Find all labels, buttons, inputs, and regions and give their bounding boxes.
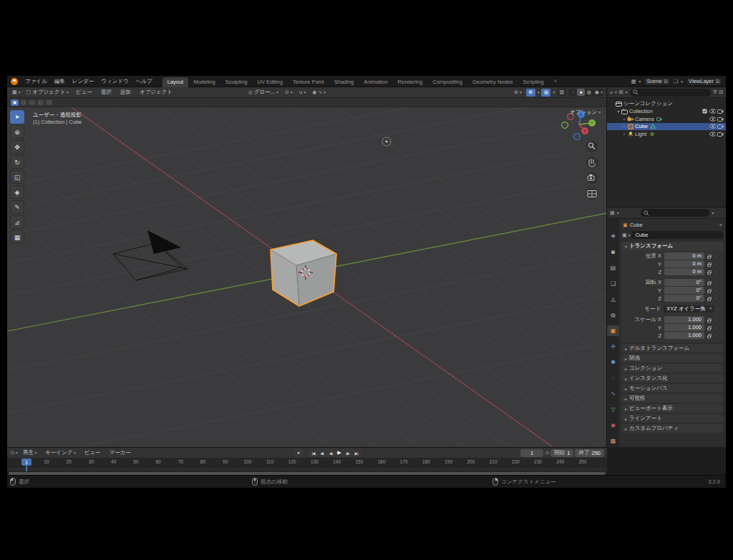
add-cube-tool[interactable]: ▦ xyxy=(10,230,24,244)
nav-gizmo-negz-ball[interactable] xyxy=(574,134,581,140)
properties-tab-texture[interactable]: ▩ xyxy=(607,436,619,446)
viewport-menu-ビュー[interactable]: ビュー xyxy=(72,88,96,97)
animate-decorator[interactable]: · xyxy=(713,317,719,323)
camera-up-triangle[interactable] xyxy=(147,230,181,254)
workspace-tab-geometry-nodes[interactable]: Geometry Nodes xyxy=(467,77,518,87)
workspace-tab-uv-editing[interactable]: UV Editing xyxy=(252,77,287,87)
properties-tab-particles[interactable]: ✱ xyxy=(607,357,619,368)
lock-icon[interactable] xyxy=(704,318,713,323)
properties-tab-render[interactable]: ◙ xyxy=(607,247,619,257)
outliner-row-cube[interactable]: ‣Cube xyxy=(607,123,726,131)
scene-selector[interactable]: Scene ⧉ xyxy=(644,77,670,86)
animate-decorator[interactable]: · xyxy=(713,280,719,286)
transform-tool[interactable]: ◈ xyxy=(10,185,24,199)
nav-gizmo-negy-ball[interactable] xyxy=(562,122,568,129)
editor-type-button[interactable]: ▦▾ xyxy=(10,89,22,96)
select-box-tool[interactable]: ➤ xyxy=(10,110,24,124)
properties-tab-material[interactable]: ◉ xyxy=(607,420,619,431)
nav-gizmo-axis-label[interactable]: Y xyxy=(591,121,593,125)
play-button[interactable]: ▶ xyxy=(335,450,343,456)
display-mode-icon[interactable]: ⊞ xyxy=(619,89,623,95)
annotate-tool[interactable]: ✎ xyxy=(10,200,24,214)
pivot-dropdown[interactable]: ⊙▾ xyxy=(283,89,295,96)
select-new-button[interactable]: ▣ xyxy=(11,99,19,106)
filter-settings-icon[interactable]: ⊟ xyxy=(719,89,723,95)
viewport-menu-追加[interactable]: 追加 xyxy=(117,88,135,97)
animate-decorator[interactable]: · xyxy=(713,295,719,302)
auto-keying-button[interactable]: ● xyxy=(293,449,304,457)
move-tool[interactable]: ✥ xyxy=(10,140,24,154)
workspace-tab-texture-paint[interactable]: Texture Paint xyxy=(288,77,329,87)
options-dropdown[interactable]: オプション▾ xyxy=(570,109,601,116)
outliner-row-シーンコレクション[interactable]: シーンコレクション xyxy=(607,100,726,108)
viewport-menu-選択[interactable]: 選択 xyxy=(97,88,115,97)
camera-render-toggle-icon[interactable] xyxy=(717,132,724,137)
animate-decorator[interactable]: · xyxy=(713,261,719,267)
properties-tab-scene[interactable]: ◬ xyxy=(607,294,619,305)
properties-tab-object[interactable]: ▣ xyxy=(607,325,619,336)
eye-icon[interactable] xyxy=(709,117,716,122)
workspace-tab-modeling[interactable]: Modeling xyxy=(188,77,220,87)
camera-view-icon-top[interactable] xyxy=(590,175,593,176)
frame-start-field[interactable]: 開始1 xyxy=(550,449,573,457)
current-frame-field[interactable]: 1 xyxy=(520,449,543,457)
disclosure-icon[interactable]: ▾ xyxy=(616,109,621,114)
transform-panel-header[interactable]: ▾トランスフォーム xyxy=(621,242,724,250)
outliner-row-light[interactable]: ‣Light xyxy=(607,130,726,138)
previous-keyframe-button[interactable]: ◀• xyxy=(318,451,326,456)
camera-render-toggle-icon[interactable] xyxy=(717,117,724,122)
timeline-menu-再生[interactable]: 再生 ▾ xyxy=(19,448,40,457)
panel-可視性[interactable]: ▸可視性 xyxy=(621,394,724,403)
camera-frustum-edge[interactable] xyxy=(136,269,188,280)
scale-tool[interactable]: ◱ xyxy=(10,170,24,184)
location-field[interactable]: 0 m xyxy=(664,260,704,267)
view-layer-selector[interactable]: ViewLayer ⧉ xyxy=(686,77,722,86)
animate-decorator[interactable]: · xyxy=(714,306,721,313)
panel-インスタンス化[interactable]: ▸インスタンス化 xyxy=(621,374,724,383)
app-menu-編集[interactable]: 編集 xyxy=(51,77,69,86)
new-view-layer-icon[interactable]: ⧉ xyxy=(716,79,719,84)
viewport-canvas[interactable]: ZYX ユーザー・透視投影 (1) Collection | Cube オプショ… xyxy=(7,107,606,447)
pin-icon[interactable]: ⌖ xyxy=(719,222,722,229)
select-extend-button[interactable]: ▢ xyxy=(19,99,27,106)
panel-デルタトランスフォーム[interactable]: ▸デルタトランスフォーム xyxy=(621,344,724,353)
rotation-mode-dropdown[interactable]: XYZ オイラー角▾ xyxy=(664,305,714,313)
properties-tab-physics[interactable]: ◌ xyxy=(607,373,619,383)
select-intersect-button[interactable]: ▢ xyxy=(45,99,53,106)
workspace-tab-layout[interactable]: Layout xyxy=(162,77,189,87)
camera-render-toggle-icon[interactable] xyxy=(717,124,724,129)
panel-コレクション[interactable]: ▸コレクション xyxy=(621,364,724,373)
properties-editor-icon[interactable]: ▤ xyxy=(610,210,615,216)
outliner-editor-icon[interactable]: ≡ xyxy=(610,90,613,95)
properties-tab-constraints[interactable]: ∿ xyxy=(607,388,619,399)
panel-関係[interactable]: ▸関係 xyxy=(621,354,724,363)
eye-icon[interactable] xyxy=(709,132,716,137)
rotate-tool[interactable]: ↻ xyxy=(10,155,24,169)
lock-icon[interactable] xyxy=(704,296,713,301)
properties-tab-output[interactable]: ▤ xyxy=(607,262,619,273)
animate-decorator[interactable]: · xyxy=(713,269,719,275)
timeline-menu-ビュー[interactable]: ビュー xyxy=(81,448,105,457)
proportional-editing-toggle[interactable]: ◉∿▾ xyxy=(310,89,328,96)
panel-カスタムプロパティ[interactable]: ▸カスタムプロパティ xyxy=(621,424,724,433)
add-workspace-button[interactable]: + xyxy=(549,77,562,87)
frame-end-field[interactable]: 終了250 xyxy=(575,449,604,457)
properties-tab-view-layer[interactable]: ❏ xyxy=(607,278,619,289)
workspace-tab-sculpting[interactable]: Sculpting xyxy=(220,77,253,87)
outliner-row-collection[interactable]: ▾Collection xyxy=(607,108,726,116)
lock-icon[interactable] xyxy=(704,262,713,267)
lock-icon[interactable] xyxy=(704,254,713,259)
lock-icon[interactable] xyxy=(704,270,713,275)
snap-toggle[interactable]: ∪▾ xyxy=(296,89,308,96)
next-keyframe-button[interactable]: •▶ xyxy=(344,451,351,456)
playhead-line[interactable] xyxy=(26,465,27,471)
location-field[interactable]: 0 m xyxy=(664,252,704,260)
nav-gizmo-axis-label[interactable]: X xyxy=(583,129,586,133)
overlays-toggle[interactable]: ◍ xyxy=(541,89,550,97)
app-menu-レンダー[interactable]: レンダー xyxy=(69,77,98,86)
app-menu-ファイル[interactable]: ファイル xyxy=(21,77,51,86)
location-field[interactable]: 0 m xyxy=(664,268,704,275)
workspace-tab-rendering[interactable]: Rendering xyxy=(393,77,428,87)
viewport-menu-オブジェクト[interactable]: オブジェクト xyxy=(136,88,176,97)
solid-shading-button[interactable]: ● xyxy=(577,89,585,96)
